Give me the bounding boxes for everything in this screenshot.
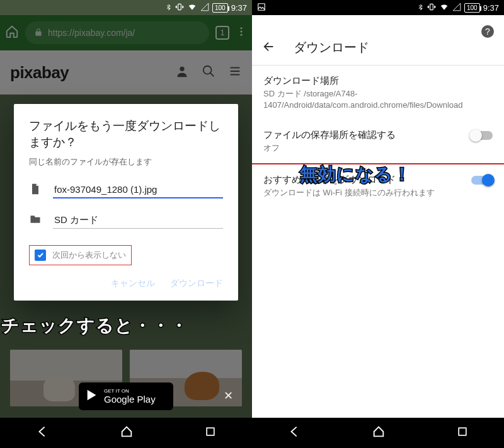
back-arrow-icon[interactable] <box>262 40 276 56</box>
setting-recommended-articles[interactable]: おすすめの記事をダウンロード ダウンロードは Wi-Fi 接続時にのみ行われます <box>252 164 504 208</box>
svg-rect-8 <box>430 4 433 9</box>
play-icon <box>85 388 99 405</box>
file-icon <box>29 183 42 198</box>
dialog-subtitle: 同じ名前のファイルが存在します <box>29 156 223 168</box>
image-icon <box>257 3 266 13</box>
home-nav-icon[interactable] <box>372 425 386 441</box>
status-time: 9:37 <box>483 3 499 13</box>
download-button[interactable]: ダウンロード <box>170 278 223 289</box>
statusbar: 100 9:37 <box>252 0 504 15</box>
setting-subtitle: オフ <box>263 142 493 154</box>
bluetooth-icon <box>417 3 424 13</box>
google-play-badge[interactable]: GET IT ON Google Play <box>79 382 173 410</box>
svg-rect-0 <box>178 4 181 9</box>
statusbar: 100 9:37 <box>0 0 252 15</box>
setting-confirm-location[interactable]: ファイルの保存場所を確認する オフ <box>252 120 504 163</box>
toggle-off[interactable] <box>471 131 493 140</box>
svg-rect-7 <box>258 3 265 10</box>
settings-title: ダウンロード <box>294 39 369 56</box>
recent-icon[interactable] <box>204 425 217 440</box>
svg-rect-9 <box>459 428 466 435</box>
folder-icon <box>29 213 42 228</box>
setting-title: おすすめの記事をダウンロード <box>263 174 493 186</box>
battery-icon: 100 <box>212 3 228 13</box>
checkbox-icon <box>35 250 46 261</box>
checkbox-label: 次回から表示しない <box>52 250 126 261</box>
dont-show-again-checkbox[interactable]: 次回から表示しない <box>29 245 132 265</box>
recent-icon[interactable] <box>456 425 469 440</box>
signal-icon <box>200 3 209 13</box>
gplay-line2: Google Play <box>104 394 156 405</box>
wifi-icon <box>439 3 449 13</box>
bluetooth-icon <box>165 3 172 13</box>
vibrate-icon <box>175 3 184 13</box>
dialog-title: ファイルをもう一度ダウンロードしますか？ <box>29 118 223 150</box>
help-icon[interactable]: ? <box>481 25 494 38</box>
setting-download-location[interactable]: ダウンロード場所 SD カード /storage/A748-1407/Andro… <box>252 66 504 120</box>
signal-icon <box>452 3 461 13</box>
gplay-line1: GET IT ON <box>104 389 156 394</box>
vibrate-icon <box>427 3 436 13</box>
setting-subtitle: SD カード /storage/A748-1407/Android/data/c… <box>263 88 493 110</box>
battery-icon: 100 <box>464 3 480 13</box>
filename-input[interactable] <box>53 181 223 198</box>
toggle-on[interactable] <box>471 176 493 185</box>
wifi-icon <box>187 3 197 13</box>
back-icon[interactable] <box>287 425 301 441</box>
cancel-button[interactable]: キャンセル <box>111 278 155 289</box>
download-dialog: ファイルをもう一度ダウンロードしますか？ 同じ名前のファイルが存在します 次回か… <box>14 104 238 301</box>
close-icon[interactable]: ✕ <box>224 389 233 403</box>
nav-bar <box>252 418 504 448</box>
location-input[interactable] <box>53 212 223 229</box>
setting-title: ダウンロード場所 <box>263 75 493 87</box>
svg-rect-6 <box>207 428 214 435</box>
setting-title: ファイルの保存場所を確認する <box>263 129 493 141</box>
home-nav-icon[interactable] <box>120 425 134 441</box>
settings-header: ダウンロード <box>252 30 504 66</box>
status-time: 9:37 <box>231 3 247 13</box>
back-icon[interactable] <box>35 425 49 441</box>
setting-subtitle: ダウンロードは Wi-Fi 接続時にのみ行われます <box>263 187 493 198</box>
nav-bar <box>0 418 252 448</box>
